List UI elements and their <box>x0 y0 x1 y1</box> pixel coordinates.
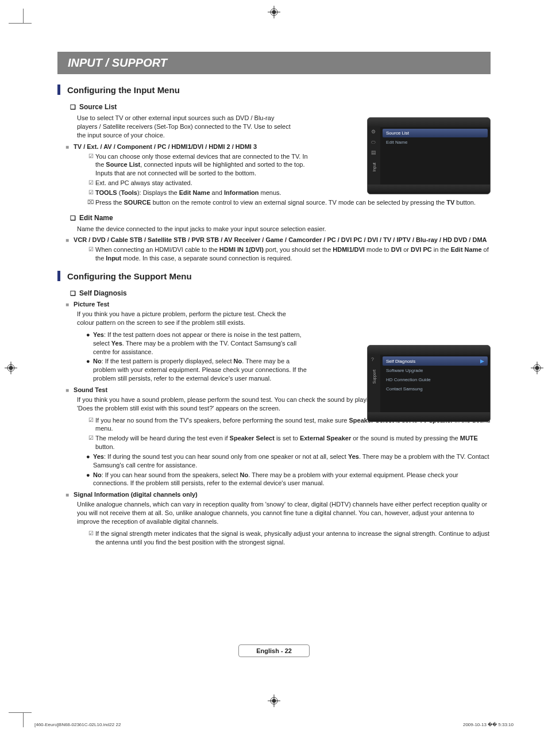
osd-side-label: Support <box>372 370 376 384</box>
note-icon: ☑ <box>86 434 95 451</box>
square-bullet-icon: ■ <box>65 301 69 309</box>
note-icon: ☑ <box>86 152 95 178</box>
note-icon: ☑ <box>86 529 95 547</box>
sub-heading-picture-test: ■ Picture Test <box>65 301 491 309</box>
signal-info-desc: Unlike analogue channels, which can vary… <box>77 500 491 526</box>
osd-row-self-diagnosis: Self Diagnosis▶ <box>383 356 488 366</box>
page-footer: English - 22 <box>57 644 491 657</box>
page-number-pill: English - 22 <box>238 644 310 657</box>
osd-support-menu-thumbnail: ? Support Self Diagnosis▶ Software Upgra… <box>367 345 491 422</box>
osd-row-source-list: Source List <box>383 129 488 137</box>
print-timestamp: 2009-10-13 �� 5:33:10 <box>463 722 514 727</box>
heading-configuring-support: Configuring the Support Menu <box>57 271 491 281</box>
osd-input-menu-thumbnail: ⚙ ⬭ ▤ Input Source List Edit Name <box>367 117 491 194</box>
osd-row-software-upgrade: Software Upgrade <box>383 366 488 375</box>
osd-row-contact-samsung: Contact Samsung <box>383 385 488 393</box>
question-icon: ? <box>371 357 377 363</box>
heading-configuring-input: Configuring the Input Menu <box>57 85 491 95</box>
picture-test-desc: If you think you have a picture problem,… <box>77 310 295 327</box>
sub-heading-signal-info: ■ Signal Information (digital channels o… <box>65 491 491 499</box>
section-banner: INPUT / SUPPORT <box>57 52 491 74</box>
chevron-right-icon: ▶ <box>480 358 484 364</box>
page-content: INPUT / SUPPORT Configuring the Input Me… <box>0 0 548 736</box>
sound-test-yes: ●Yes: If during the sound test you can h… <box>86 452 491 470</box>
sound-test-no: ●No: If you can hear sound from the spea… <box>86 471 491 488</box>
app-icon: ▤ <box>371 150 377 156</box>
heading-source-list: Source List <box>70 103 491 111</box>
square-bullet-icon: ■ <box>65 236 69 244</box>
source-list-desc: Use to select TV or other external input… <box>77 114 295 140</box>
square-bullet-icon: ■ <box>65 491 69 499</box>
heading-edit-name: Edit Name <box>70 214 491 222</box>
note-signal-1: ☑If the signal strength meter indicates … <box>86 529 491 547</box>
note-edit-name-1: ☑ When connecting an HDMI/DVI cable to t… <box>86 245 491 263</box>
note-icon: ☑ <box>86 189 95 197</box>
note-source-list-4: ⌧ Press the SOURCE button on the remote … <box>86 198 491 207</box>
remote-icon: ⌧ <box>86 198 95 207</box>
heading-self-diagnosis: Self Diagnosis <box>70 289 491 297</box>
osd-row-edit-name: Edit Name <box>383 138 488 147</box>
note-icon: ☑ <box>86 245 95 263</box>
print-filename: [460-Eeuro]BN68-02361C-02L10.ind22 22 <box>34 722 121 727</box>
gear-icon: ⚙ <box>371 129 377 135</box>
note-icon: ☑ <box>86 416 95 433</box>
note-sound-2: ☑The melody will be heard during the tes… <box>86 434 491 451</box>
edit-name-desc: Name the device connected to the input j… <box>77 225 491 233</box>
osd-side-label: Input <box>372 163 376 172</box>
osd-row-hd-connection: HD Connection Guide <box>383 375 488 384</box>
square-bullet-icon: ■ <box>65 143 69 151</box>
plug-icon: ⬭ <box>371 140 377 145</box>
square-bullet-icon: ■ <box>65 386 69 394</box>
note-icon: ☑ <box>86 179 95 187</box>
sub-heading-edit-name-devices: ■ VCR / DVD / Cable STB / Satellite STB … <box>65 236 491 244</box>
print-metadata-line: [460-Eeuro]BN68-02361C-02L10.ind22 22 20… <box>34 722 514 727</box>
